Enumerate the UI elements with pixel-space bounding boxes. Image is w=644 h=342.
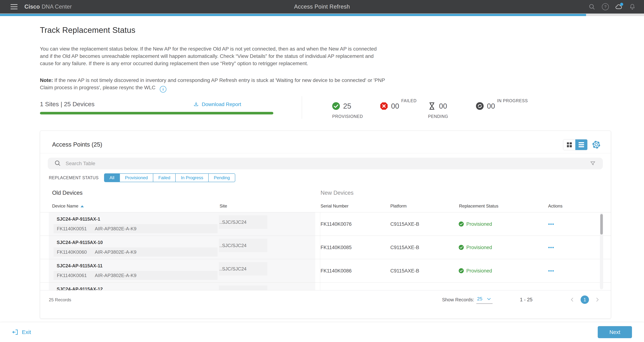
column-header-replacement-status: Replacement Status xyxy=(459,204,498,209)
filter-pending-button[interactable]: Pending xyxy=(208,174,235,182)
filter-in-progress-button[interactable]: In Progress xyxy=(175,174,208,182)
notifications-bell-icon[interactable] xyxy=(629,3,636,11)
brand-product: DNA Center xyxy=(42,4,72,10)
show-records-select[interactable]: Show Records: 25 xyxy=(442,296,492,304)
brand-cisco: Cisco xyxy=(24,4,40,10)
chevron-down-icon xyxy=(486,296,492,302)
table-row: SJC24-AP-9115AX-1 FK1140K0051AIR-AP3802E… xyxy=(40,212,611,236)
provisioned-count: 25 xyxy=(343,102,351,110)
bottom-action-bar: Exit Next xyxy=(0,322,644,342)
device-name-cell: SJC24-AP-9115AX-11 xyxy=(57,263,102,268)
pending-hourglass-icon xyxy=(428,102,436,110)
old-devices-section-label: Old Devices xyxy=(52,190,82,196)
failed-x-icon xyxy=(380,102,388,110)
new-serial-cell: FK1140K0085 xyxy=(320,245,352,250)
platform-cell: C9115AXE-B xyxy=(390,221,419,227)
access-points-card: Access Points (25) REPLACEMENT STATUS xyxy=(40,131,611,319)
download-report-link[interactable]: Download Report xyxy=(193,101,241,107)
filter-group: All Provisioned Failed In Progress Pendi… xyxy=(104,173,235,182)
summary-progress-fill xyxy=(40,112,273,114)
next-page-chevron[interactable] xyxy=(594,296,601,303)
replacement-status-cell: Provisioned xyxy=(458,245,492,250)
note-text: If the new AP is not timely discovered i… xyxy=(40,77,385,90)
sites-devices-count: 1 Sites | 25 Devices xyxy=(40,101,94,108)
failed-label: FAILED xyxy=(401,98,416,103)
list-view-button[interactable] xyxy=(575,139,587,150)
filter-funnel-icon[interactable] xyxy=(590,160,596,167)
stat-provisioned: 25 PROVISIONED xyxy=(332,101,380,111)
cloud-icon[interactable] xyxy=(615,3,622,11)
device-name-cell: SJC24-AP-9115AX-1 xyxy=(57,217,100,222)
column-header-device-name[interactable]: Device Name xyxy=(52,204,84,209)
top-bar: CiscoDNA Center Access Point Refresh ? xyxy=(0,0,644,14)
table-rows: SJC24-AP-9115AX-1 FK1140K0051AIR-AP3802E… xyxy=(40,212,611,290)
platform-cell: C9115AXE-B xyxy=(390,245,419,250)
help-icon[interactable]: ? xyxy=(602,3,609,11)
table-search-icon xyxy=(54,160,61,167)
summary-divider xyxy=(302,96,302,119)
table-footer: 25 Records Show Records: 25 1 - 25 1 xyxy=(40,290,611,318)
in-progress-count: 00 xyxy=(487,102,495,110)
grid-view-button[interactable] xyxy=(563,139,575,150)
in-progress-label: IN PROGRESS xyxy=(497,98,528,103)
replacement-status-filter-row: REPLACEMENT STATUS All Provisioned Faile… xyxy=(49,173,235,182)
search-input[interactable] xyxy=(65,160,590,167)
list-icon xyxy=(578,142,584,147)
site-cell: ..SJC/SJC24 xyxy=(219,215,267,229)
provisioned-check-icon xyxy=(458,268,464,274)
filter-all-button[interactable]: All xyxy=(104,174,120,182)
row-actions-button[interactable]: ••• xyxy=(548,245,554,250)
site-cell: ..SJC/SJC24 xyxy=(219,239,267,252)
site-cell: ..SJC/SJC24 xyxy=(219,262,267,276)
previous-page-chevron[interactable] xyxy=(569,296,576,303)
table-row: SJC24-AP-9115AX-11 FK1140K0061AIR-AP3802… xyxy=(40,259,611,282)
page-title: Track Replacement Status xyxy=(40,26,136,35)
in-progress-sync-icon xyxy=(476,102,484,110)
cloud-notification-badge xyxy=(620,3,623,6)
download-report-label: Download Report xyxy=(202,101,241,107)
grid-icon xyxy=(567,142,572,147)
page-number-button[interactable]: 1 xyxy=(580,295,589,304)
menu-icon[interactable] xyxy=(10,4,18,9)
download-icon xyxy=(193,101,199,107)
column-header-actions: Actions xyxy=(548,204,562,209)
column-header-platform: Platform xyxy=(390,204,406,209)
note-label: Note: xyxy=(40,77,53,83)
exit-label: Exit xyxy=(22,329,31,335)
table-footer-controls: Show Records: 25 1 - 25 1 xyxy=(442,295,601,304)
device-name-cell: SJC24-AP-9115AX-10 xyxy=(57,240,103,245)
provisioned-label: PROVISIONED xyxy=(332,114,363,119)
provisioned-check-icon xyxy=(458,221,464,227)
stat-pending: 00 PENDING xyxy=(428,101,476,111)
records-count: 25 Records xyxy=(49,297,71,302)
old-new-separator xyxy=(320,282,320,290)
replacement-status-cell: Provisioned xyxy=(458,221,492,227)
filter-label: REPLACEMENT STATUS xyxy=(49,175,98,180)
page-note: Note: If the new AP is not timely discov… xyxy=(40,77,385,93)
page-header-title: Access Point Refresh xyxy=(294,4,350,10)
workflow-progress-track xyxy=(0,14,644,16)
new-serial-cell: FK1140K0086 xyxy=(320,268,352,274)
provisioned-check-icon xyxy=(458,245,464,250)
exit-button[interactable]: Exit xyxy=(12,328,31,336)
row-actions-button[interactable]: ••• xyxy=(548,268,554,274)
next-button[interactable]: Next xyxy=(598,326,632,338)
row-actions-button[interactable]: ••• xyxy=(548,221,554,227)
new-devices-section-label: New Devices xyxy=(320,190,354,196)
search-icon[interactable] xyxy=(588,3,596,11)
table-row: SJC24-AP-9115AX-12 ..SJC/SJC24 ••• xyxy=(40,282,611,290)
platform-cell: C9115AXE-B xyxy=(390,268,419,274)
table-settings-gear-icon[interactable] xyxy=(592,140,601,149)
table-row: SJC24-AP-9115AX-10 FK1140K0060AIR-AP3802… xyxy=(40,236,611,259)
replacement-status-cell: Provisioned xyxy=(458,268,492,274)
filter-provisioned-button[interactable]: Provisioned xyxy=(120,174,153,182)
info-icon[interactable]: i xyxy=(160,86,166,93)
old-serial-platform-cell: FK1140K0051AIR-AP3802E-A-K9 xyxy=(54,224,218,233)
app-root: CiscoDNA Center Access Point Refresh ? T… xyxy=(0,0,644,342)
provisioned-check-icon xyxy=(332,102,340,110)
filter-failed-button[interactable]: Failed xyxy=(153,174,175,182)
scrollbar-thumb[interactable] xyxy=(600,214,603,235)
old-new-separator xyxy=(320,212,320,236)
status-stats: 25 PROVISIONED 00 FAILED 00 PENDING xyxy=(332,101,524,111)
header-progress-fill xyxy=(0,14,586,16)
